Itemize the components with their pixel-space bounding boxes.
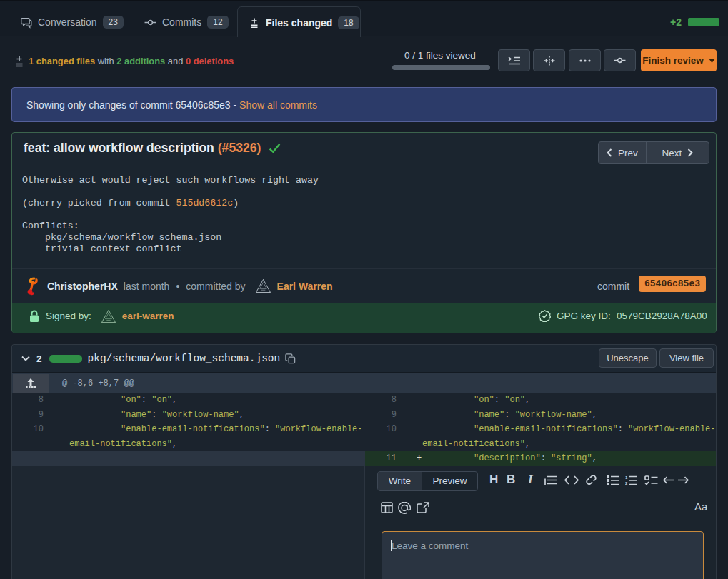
svg-text:2: 2 [625, 481, 628, 485]
svg-text:1: 1 [625, 475, 628, 480]
